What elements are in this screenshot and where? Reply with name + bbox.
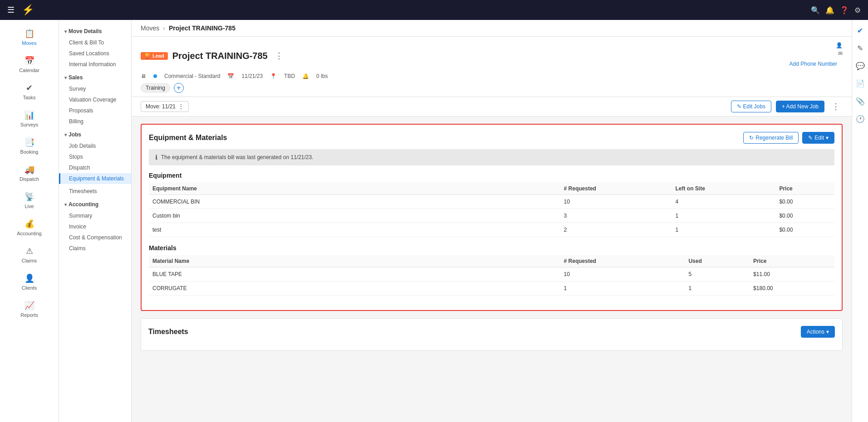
subnav-item-invoice[interactable]: Invoice — [59, 221, 131, 232]
equipment-name: test — [149, 223, 560, 237]
timesheets-actions-button[interactable]: Actions ▾ — [801, 326, 835, 338]
equipment-left: 4 — [672, 195, 775, 209]
edit-jobs-button[interactable]: ✎ Edit Jobs — [731, 101, 771, 112]
subnav-item-summary[interactable]: Summary — [59, 210, 131, 221]
equipment-price: $0.00 — [775, 209, 834, 223]
sidebar-item-reports[interactable]: 📈 Reports — [3, 296, 56, 322]
moves-icon: 📋 — [25, 29, 34, 39]
materials-section-title: Materials — [149, 244, 834, 252]
sidebar-item-tasks[interactable]: ✔ Tasks — [3, 78, 56, 105]
sidebar-item-reports-label: Reports — [20, 312, 38, 318]
calendar-icon: 📅 — [25, 56, 34, 66]
add-new-job-button[interactable]: + Add New Job — [776, 101, 824, 112]
sidebar-item-live-label: Live — [25, 204, 34, 209]
settings-icon[interactable]: ⚙ — [854, 6, 861, 15]
subnav-item-saved-locations[interactable]: Saved Locations — [59, 48, 131, 59]
subnav-item-client-bill[interactable]: Client & Bill To — [59, 37, 131, 48]
sidebar-item-moves-label: Moves — [22, 40, 36, 46]
card-actions: ↻ Regenerate Bill ✎ Edit ▾ — [743, 132, 834, 144]
project-lbs: 0 lbs — [316, 73, 328, 79]
subnav-item-cost-compensation[interactable]: Cost & Compensation — [59, 232, 131, 243]
sidebar-item-calendar[interactable]: 📅 Calendar — [3, 51, 56, 78]
card-header: Equipment & Materials ↻ Regenerate Bill … — [149, 132, 834, 144]
training-tag[interactable]: Training — [141, 83, 170, 92]
chevron-accounting: ▾ — [64, 202, 67, 207]
sidebar-item-clients[interactable]: 👤 Clients — [3, 269, 56, 295]
subnav-header-jobs-label: Jobs — [69, 131, 81, 138]
add-tag-button[interactable]: + — [174, 83, 184, 93]
hamburger-icon[interactable]: ☰ — [7, 5, 15, 15]
sidebar-item-claims[interactable]: ⚠ Claims — [3, 242, 56, 268]
rail-chat-icon[interactable]: 💬 — [853, 59, 868, 73]
breadcrumb-link[interactable]: Moves — [141, 24, 159, 32]
subnav-item-valuation-coverage[interactable]: Valuation Coverage — [59, 94, 131, 105]
app-logo: ⚡ — [22, 4, 34, 16]
help-icon[interactable]: ❓ — [840, 6, 849, 15]
sidebar-item-live[interactable]: 📡 Live — [3, 187, 56, 213]
subnav-item-internal-info[interactable]: Internal Information — [59, 59, 131, 70]
col-material-used: Used — [685, 255, 750, 267]
subnav-item-claims[interactable]: Claims — [59, 243, 131, 254]
job-bar-more-button[interactable]: ⋮ — [829, 101, 843, 112]
subnav-item-proposals[interactable]: Proposals — [59, 105, 131, 116]
actions-chevron-icon: ▾ — [826, 329, 829, 335]
notifications-icon[interactable]: 🔔 — [825, 6, 834, 15]
rail-attachment-icon[interactable]: 📎 — [853, 94, 868, 108]
subnav-item-billing[interactable]: Billing — [59, 116, 131, 127]
timesheets-title: Timesheets — [148, 328, 188, 336]
info-banner: ℹ The equipment & materials bill was las… — [149, 149, 834, 165]
rail-document-icon[interactable]: 📄 — [853, 77, 868, 91]
regenerate-icon: ↻ — [749, 135, 754, 141]
subnav-header-sales[interactable]: ▾ Sales — [59, 72, 131, 83]
rail-check-icon[interactable]: ✔ — [854, 24, 866, 38]
sidebar: 📋 Moves 📅 Calendar ✔ Tasks 📊 Surveys 📑 B… — [0, 20, 59, 422]
timesheets-card: Timesheets Actions ▾ — [141, 318, 843, 351]
material-used: 1 — [685, 281, 750, 296]
subnav-header-accounting[interactable]: ▾ Accounting — [59, 199, 131, 210]
job-bar: Move: 11/21 ⋮ ✎ Edit Jobs + Add New Job … — [132, 97, 852, 116]
subnav-item-stops[interactable]: Stops — [59, 151, 131, 162]
subnav-item-survey[interactable]: Survey — [59, 83, 131, 94]
equipment-price: $0.00 — [775, 223, 834, 237]
project-title: Project TRAINING-785 — [172, 51, 268, 61]
regenerate-bill-button[interactable]: ↻ Regenerate Bill — [743, 132, 799, 144]
material-requested: 10 — [560, 267, 685, 281]
sidebar-item-booking[interactable]: 📑 Booking — [3, 133, 56, 159]
card-title: Equipment & Materials — [149, 134, 227, 142]
sidebar-item-tasks-label: Tasks — [23, 95, 35, 100]
subnav-item-job-details[interactable]: Job Details — [59, 141, 131, 151]
sidebar-item-moves[interactable]: 📋 Moves — [3, 24, 56, 50]
equipment-table: Equipment Name # Requested Left on Site … — [149, 183, 834, 237]
equipment-name: COMMERCIAL BIN — [149, 195, 560, 209]
table-row: CORRUGATE 1 1 $180.00 — [149, 281, 834, 296]
search-icon[interactable]: 🔍 — [811, 6, 820, 15]
subnav-header-accounting-label: Accounting — [69, 201, 98, 208]
rail-history-icon[interactable]: 🕐 — [853, 112, 868, 126]
subnav-item-timesheets[interactable]: Timesheets — [59, 186, 131, 197]
edit-button[interactable]: ✎ Edit ▾ — [802, 132, 834, 144]
col-equipment-left: Left on Site — [672, 183, 775, 195]
top-nav: ☰ ⚡ 🔍 🔔 ❓ ⚙ — [0, 0, 868, 20]
subnav-item-dispatch[interactable]: Dispatch — [59, 162, 131, 173]
rail-edit-icon[interactable]: ✎ — [854, 41, 866, 55]
subnav-header-jobs[interactable]: ▾ Jobs — [59, 129, 131, 141]
sidebar-item-surveys[interactable]: 📊 Surveys — [3, 106, 56, 132]
lead-badge: 🏆 Lead — [141, 52, 168, 60]
contact-email-icon: ✉ — [838, 50, 843, 57]
project-more-button[interactable]: ⋮ — [272, 50, 286, 62]
breadcrumb-separator: › — [163, 24, 165, 32]
subnav-item-equipment-materials[interactable]: Equipment & Materials — [59, 173, 131, 184]
sidebar-item-dispatch[interactable]: 🚚 Dispatch — [3, 160, 56, 186]
material-requested: 1 — [560, 281, 685, 296]
sidebar-item-accounting[interactable]: 💰 Accounting — [3, 214, 56, 241]
subnav-header-move-details[interactable]: ▾ Move Details — [59, 25, 131, 37]
subnav-section-jobs: ▾ Jobs Job Details Stops Dispatch Equipm… — [59, 129, 131, 184]
job-pill[interactable]: Move: 11/21 ⋮ — [141, 101, 189, 112]
clients-icon: 👤 — [25, 273, 34, 283]
tasks-icon: ✔ — [26, 83, 33, 93]
add-phone-button[interactable]: Add Phone Number — [784, 58, 843, 69]
project-header: 🏆 Lead Project TRAINING-785 ⋮ 👤 ✉ Add Ph… — [132, 37, 852, 97]
sidebar-item-dispatch-label: Dispatch — [20, 176, 39, 182]
regenerate-label: Regenerate Bill — [755, 135, 793, 141]
equipment-left: 1 — [672, 209, 775, 223]
